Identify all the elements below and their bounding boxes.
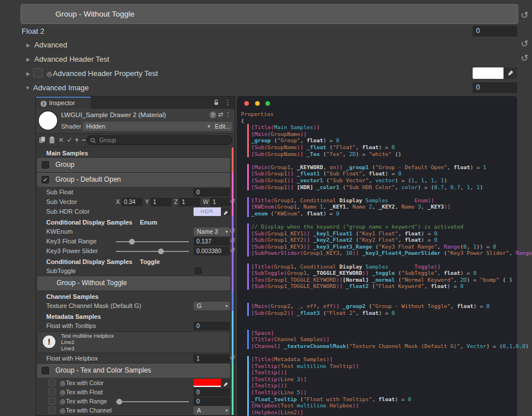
vector-z-input[interactable]: 1 (179, 198, 200, 206)
undo-icon[interactable]: ↺ (228, 246, 236, 254)
row-tex-with-range: ◎Tex with Range0 (36, 397, 235, 406)
foldout-closed-icon[interactable]: ▶ (26, 57, 30, 62)
float-with-helpbox-input[interactable]: 1 (194, 354, 230, 363)
vector-component-y: Y1 (145, 198, 172, 206)
undo-icon[interactable]: ↺ (228, 197, 236, 205)
shader-dropdown[interactable]: Hidden ▾ (83, 122, 213, 131)
texture-thumbnail[interactable] (49, 406, 56, 414)
texture-channel-mask-default-g-dropdown[interactable]: G▾ (194, 302, 230, 310)
copy-icon[interactable] (39, 136, 46, 144)
texture-thumbnail[interactable] (49, 379, 56, 386)
kwenum-dropdown[interactable]: Name 3▾ (194, 227, 230, 236)
vector-x-input[interactable]: 0.34 (122, 198, 143, 206)
advanced-header-test-label: Advanced Header Test (34, 55, 109, 63)
property-label: Key3 Float Range (46, 238, 96, 245)
group-header-group-tex-and-color-samples[interactable]: Group - Tex and Color Samples (36, 363, 235, 378)
kebab-menu-icon[interactable]: ⋮ (225, 111, 231, 118)
slider-handle[interactable] (158, 249, 164, 254)
slider-track[interactable] (116, 241, 189, 242)
tex-with-float-input[interactable]: 0 (194, 388, 230, 397)
row-advanced-header-property-test[interactable]: ▶ ◎Advanced Header Property Test (0, 69, 532, 80)
float-2-input[interactable]: 0 (473, 26, 517, 37)
add-icon[interactable]: + (75, 136, 79, 144)
maximize-window-icon[interactable] (265, 101, 270, 106)
tex-with-channel-dropdown[interactable]: A▾ (194, 406, 230, 415)
row-key3-float-range: Key3 Float Range0.137↺ (36, 237, 235, 246)
key3-power-slider-input[interactable]: 0.003380 (194, 247, 230, 255)
slider-handle[interactable] (116, 399, 122, 405)
material-preview-sphere[interactable] (39, 111, 57, 130)
group-toggle-checkbox[interactable] (42, 367, 49, 374)
presets-icon[interactable]: ⇄ (218, 111, 223, 118)
search-input[interactable]: Group (86, 135, 232, 145)
row-advanced-header-test[interactable]: ▶ Advanced Header Test ↺ (0, 54, 532, 66)
group-header-group-without-toggle[interactable]: Group - Without Toggle (36, 276, 235, 291)
header-property-checkbox[interactable] (33, 68, 43, 78)
undo-icon[interactable]: ↺ (519, 38, 530, 50)
subtoggle-checkbox[interactable] (195, 267, 201, 274)
foldout-closed-icon[interactable]: ▶ (26, 71, 30, 77)
remove-icon[interactable]: − (82, 136, 86, 144)
group-toggle-checkbox[interactable] (42, 161, 49, 169)
close-window-icon[interactable] (244, 101, 249, 106)
edit-shader-button[interactable]: Edit... (213, 122, 232, 131)
color-swatch-white[interactable] (473, 67, 503, 79)
undo-icon[interactable]: ↺ (228, 237, 236, 245)
group-header-group-default-open[interactable]: ✓Group - Default Open (36, 173, 235, 187)
expand-collapse-icon[interactable]: ✕ (58, 136, 64, 144)
accent-bar-pink (232, 187, 233, 197)
undo-icon[interactable]: ↺ (519, 53, 530, 64)
checkmark-icon[interactable]: ✓ (67, 136, 72, 144)
eyedropper-icon[interactable] (221, 379, 230, 387)
row-tex-with-float: ◎Tex with Float0 (36, 387, 235, 397)
group-header-without-toggle[interactable]: Group - Without Toggle (21, 4, 518, 24)
chevron-down-icon: ▾ (225, 302, 228, 310)
texture-thumbnail[interactable] (49, 388, 56, 395)
float-with-tooltips-input[interactable]: 0 (194, 322, 230, 330)
row-advanced-image[interactable]: ▼ Advanced Image 0 (0, 83, 532, 94)
key3-float-range-input[interactable]: 0.137 (194, 237, 230, 246)
row-advanced[interactable]: ▶ Advanced ↺ (0, 40, 532, 51)
minimize-window-icon[interactable] (255, 101, 260, 106)
code-line: [Channel] _textureChannelMask("Texture C… (247, 343, 515, 350)
undo-icon[interactable]: ↺ (228, 354, 236, 362)
paste-icon[interactable] (49, 136, 56, 144)
undo-icon[interactable]: ↺ (519, 10, 530, 21)
eyedropper-icon[interactable] (504, 67, 517, 79)
slider-track[interactable] (116, 401, 189, 402)
advanced-image-input[interactable]: 0 (473, 82, 517, 93)
tab-inspector[interactable]: iInspector (36, 97, 91, 109)
circle-dot-icon: ◎ (60, 389, 66, 395)
slider-handle[interactable] (129, 239, 135, 245)
accent-bar-teal (232, 397, 233, 406)
lock-icon[interactable] (213, 99, 219, 106)
tex-color-swatch[interactable] (194, 379, 221, 387)
code-line: [Tooltip()] (247, 369, 515, 376)
group-toggle-checkbox[interactable]: ✓ (42, 176, 49, 183)
kebab-menu-icon[interactable]: ⋮ (224, 98, 231, 106)
row-float-with-helpbox: Float with Helpbox1↺ (36, 354, 235, 363)
slider-track[interactable] (116, 251, 189, 252)
circle-dot-icon: ◎ (60, 379, 66, 386)
eyedropper-icon[interactable] (221, 207, 230, 216)
sub-float-input[interactable]: 0 (194, 188, 230, 197)
code-line: [Space] (247, 330, 515, 337)
code-line: [Helpbox(Test multiline Helpbox)] (247, 402, 515, 409)
foldout-open-icon[interactable]: ▼ (25, 85, 30, 91)
helpbox-line: Line2 (61, 339, 114, 345)
code-line: [Sub(GroupName)] _Tex ("Tex", 2D) = "whi… (247, 151, 515, 158)
property-label: SubToggle (46, 267, 76, 274)
group-label: Group - Default Open (55, 175, 121, 183)
help-icon[interactable]: ? (209, 111, 216, 118)
texture-thumbnail[interactable] (49, 397, 56, 405)
accent-bar-purple (232, 217, 233, 227)
tex-with-range-input[interactable]: 0 (194, 397, 230, 406)
shader-label: Shader (61, 123, 81, 130)
undo-icon[interactable]: ↺ (228, 227, 236, 235)
vector-y-input[interactable]: 1 (151, 198, 172, 206)
hdr-color-swatch[interactable]: HDR (194, 207, 221, 216)
code-line: [KWEnum(Group1, Name 1, _KEY1, Name 2, _… (247, 203, 515, 210)
section-title: Channel Samples (46, 293, 99, 300)
foldout-closed-icon[interactable]: ▶ (26, 42, 30, 48)
group-header-group[interactable]: Group (36, 158, 235, 173)
